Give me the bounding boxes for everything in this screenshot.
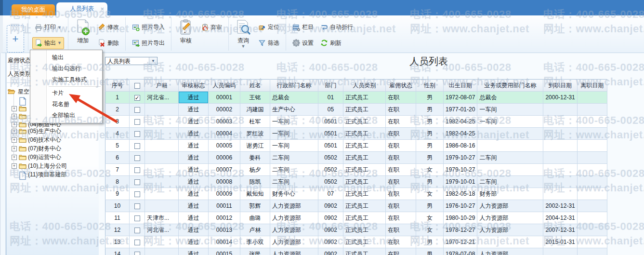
cell-姓名[interactable]: 卢林: [240, 224, 270, 236]
cell-到职日期[interactable]: [543, 116, 577, 128]
cell-行政部门名称[interactable]: 人力资源部: [270, 200, 318, 212]
cell-户籍[interactable]: [145, 176, 179, 188]
checkbox-icon[interactable]: [134, 179, 140, 185]
cell-人员类别[interactable]: 正式员工: [343, 200, 386, 212]
cell-姓名[interactable]: 杨夕: [240, 164, 270, 176]
menu-item-输出[interactable]: 输出: [30, 52, 102, 63]
cell-性别[interactable]: 女: [416, 212, 444, 224]
cell-业务或费用部门名称[interactable]: 财务部: [477, 188, 543, 200]
cell-业务或费用部门名称[interactable]: 人力资源部: [477, 200, 543, 212]
row-checkbox-cell[interactable]: [130, 140, 145, 152]
cell-序号[interactable]: 5: [105, 140, 130, 152]
cell-出生日期[interactable]: 1970-12-21: [444, 236, 477, 248]
cell-行政部门名称[interactable]: 二车间: [270, 164, 318, 176]
cell-离职日期[interactable]: [577, 104, 607, 116]
cell-性别[interactable]: 女: [416, 164, 444, 176]
cell-离职日期[interactable]: [577, 128, 607, 140]
cell-雇佣状态[interactable]: 在职: [386, 92, 416, 104]
cell-业务或费用部门名称[interactable]: [477, 164, 543, 176]
checkbox-icon[interactable]: [134, 240, 140, 245]
cell-人员编码[interactable]: 00013: [209, 224, 240, 236]
column-header-户籍[interactable]: 户籍: [145, 80, 179, 92]
table-row[interactable]: 5通过00005谢勇江一车间0501正式员工在职男1986-08-16: [105, 140, 607, 152]
table-row[interactable]: 6通过00006姜科二车间0502正式员工在职男1979-10-27二车间: [105, 152, 607, 164]
cell-姓名[interactable]: 王铭: [240, 92, 270, 104]
cell-户籍[interactable]: [145, 248, 179, 255]
cell-性别[interactable]: 女: [416, 224, 444, 236]
cell-人员编码[interactable]: 00011: [209, 200, 240, 212]
cell-序号[interactable]: 13: [105, 236, 130, 248]
cell-到职日期[interactable]: [543, 188, 577, 200]
cell-人员编码[interactable]: 00015: [209, 248, 240, 255]
column-header-审核标志[interactable]: 审核标志: [179, 80, 209, 92]
cell-出生日期[interactable]: 1978-07-08: [444, 248, 477, 255]
cell-序号[interactable]: 4: [105, 128, 130, 140]
cell-到职日期[interactable]: [543, 164, 577, 176]
cell-雇佣状态[interactable]: 在职: [386, 104, 416, 116]
cell-出生日期[interactable]: 1977-01-20: [444, 104, 477, 116]
cell-行政部门名称[interactable]: 二车间: [270, 152, 318, 164]
checkbox-icon[interactable]: ✓: [134, 95, 140, 101]
row-checkbox-cell[interactable]: [130, 224, 145, 236]
cell-审核标志[interactable]: 通过: [179, 116, 209, 128]
cell-性别[interactable]: 女: [416, 188, 444, 200]
expand-icon[interactable]: +: [12, 129, 17, 134]
cell-业务或费用部门名称[interactable]: 一车间: [477, 104, 543, 116]
cell-雇佣状态[interactable]: 在职: [386, 224, 416, 236]
cell-人员类别[interactable]: 正式员工: [343, 152, 386, 164]
cell-离职日期[interactable]: [577, 92, 607, 104]
cell-人员编码[interactable]: 00004: [209, 128, 240, 140]
expand-icon[interactable]: +: [12, 155, 17, 160]
cell-部门[interactable]: 0502: [318, 164, 343, 176]
checkbox-icon[interactable]: [134, 252, 140, 255]
cell-户籍[interactable]: 河北省...: [145, 224, 179, 236]
cell-审核标志[interactable]: 通过: [179, 164, 209, 176]
audit-button[interactable]: 审核: [175, 17, 197, 49]
cell-雇佣状态[interactable]: 在职: [386, 116, 416, 128]
cell-人员类别[interactable]: 正式员工: [343, 236, 386, 248]
add-button[interactable]: 增加: [72, 17, 93, 49]
cell-出生日期[interactable]: 1979-10-27: [444, 152, 477, 164]
expand-icon[interactable]: +: [12, 106, 17, 111]
cell-离职日期[interactable]: [577, 116, 607, 128]
cell-审核标志[interactable]: 通过: [179, 152, 209, 164]
column-header-出生日期[interactable]: 出生日期: [444, 80, 477, 92]
cell-雇佣状态[interactable]: 在职: [386, 128, 416, 140]
cell-离职日期[interactable]: [577, 224, 607, 236]
cell-姓名[interactable]: 罗红波: [240, 128, 270, 140]
row-checkbox-cell[interactable]: [130, 164, 145, 176]
cell-雇佣状态[interactable]: 在职: [386, 200, 416, 212]
cell-出生日期[interactable]: 1982-04-25: [444, 116, 477, 128]
cell-部门[interactable]: 0502: [318, 152, 343, 164]
cell-行政部门名称[interactable]: 一车间: [270, 140, 318, 152]
cell-性别[interactable]: 男: [416, 152, 444, 164]
checkbox-icon[interactable]: [134, 167, 140, 173]
cell-行政部门名称[interactable]: 人力资源部: [270, 236, 318, 248]
checkbox-icon[interactable]: [134, 215, 140, 221]
cell-姓名[interactable]: 陈凯: [240, 176, 270, 188]
cell-业务或费用部门名称[interactable]: 二车间: [477, 176, 543, 188]
cell-人员类别[interactable]: 正式员工: [343, 128, 386, 140]
filter-personnel-category[interactable]: 人员类别: [8, 70, 31, 78]
cell-人员类别[interactable]: 正式员工: [343, 176, 386, 188]
menu-item-花名册[interactable]: 花名册: [30, 99, 102, 110]
delete-button[interactable]: 删除: [95, 37, 121, 50]
cell-序号[interactable]: 6: [105, 152, 130, 164]
new-tab-button[interactable]: +: [7, 25, 24, 53]
cell-人员编码[interactable]: 00008: [209, 176, 240, 188]
cell-姓名[interactable]: 李小双: [240, 236, 270, 248]
cell-离职日期[interactable]: [577, 176, 607, 188]
row-checkbox-cell[interactable]: [130, 212, 145, 224]
cell-姓名[interactable]: 张民: [240, 248, 270, 255]
tab-personnel-list[interactable]: 人员列表 ×: [56, 2, 107, 15]
cell-行政部门名称[interactable]: 生产中心: [270, 104, 318, 116]
row-checkbox-cell[interactable]: [130, 188, 145, 200]
output-button[interactable]: 输出▼: [32, 37, 64, 50]
cell-出生日期[interactable]: 1976-10-27: [444, 200, 477, 212]
cell-出生日期[interactable]: 1972-08-07: [444, 92, 477, 104]
cell-人员编码[interactable]: 00002: [209, 104, 240, 116]
cell-姓名[interactable]: 杜军: [240, 116, 270, 128]
cell-审核标志[interactable]: 通过: [179, 176, 209, 188]
cell-雇佣状态[interactable]: 在职: [386, 236, 416, 248]
cell-序号[interactable]: 1: [105, 92, 130, 104]
